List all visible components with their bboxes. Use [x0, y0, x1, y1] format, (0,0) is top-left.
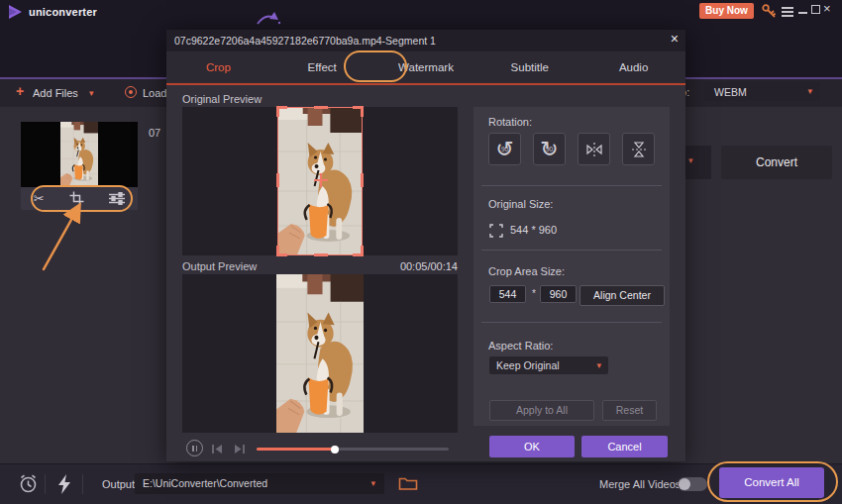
crop-selection-overlay[interactable] — [277, 107, 363, 255]
dialog-tabs: Crop Effect Watermark Subtitle Audio — [166, 51, 685, 83]
convert-button[interactable]: Convert — [721, 146, 832, 179]
original-size-icon — [489, 224, 503, 238]
crop-handle-left[interactable] — [276, 173, 279, 187]
seek-slider[interactable] — [257, 448, 449, 451]
thumb-action-bar: ✂ — [21, 187, 138, 210]
dialog-title: 07c9622e7206a4a45927182e6770ba9a.mp4-Seg… — [174, 35, 436, 47]
video-thumbnail[interactable] — [21, 122, 138, 187]
crop-handle-right[interactable] — [361, 173, 364, 187]
rotate-left-button[interactable]: ↺ 90 — [488, 133, 521, 165]
footer-separator2 — [82, 474, 83, 494]
flip-horizontal-icon — [584, 141, 604, 158]
high-speed-icon[interactable] — [56, 474, 72, 494]
crop-settings-panel: Rotation: ↺ 90 ↻ 90 — [474, 107, 670, 426]
next-frame-button[interactable] — [233, 444, 246, 454]
rotate-right-button[interactable]: ↻ 90 — [533, 133, 566, 165]
footer-separator — [45, 474, 46, 494]
flip-horizontal-button[interactable] — [578, 133, 610, 165]
load-icon — [125, 86, 137, 98]
flip-vertical-icon — [630, 140, 648, 159]
original-preview-panel — [182, 107, 458, 255]
output-video — [276, 274, 364, 433]
add-files-plus-icon: + — [16, 84, 24, 98]
rotation-buttons: ↺ 90 ↻ 90 — [488, 133, 655, 165]
tab-subtitle[interactable]: Subtitle — [477, 51, 581, 83]
format-caret-icon: ▾ — [807, 86, 812, 96]
flip-vertical-button[interactable] — [622, 133, 655, 165]
crop-height-input[interactable] — [540, 285, 577, 303]
original-size-label: Original Size: — [488, 198, 553, 210]
aspect-ratio-value: Keep Original — [496, 359, 560, 371]
format-select[interactable]: WEBM ▾ — [704, 82, 820, 101]
aspect-ratio-select[interactable]: Keep Original ▾ — [489, 356, 608, 374]
annotation-arrow — [30, 198, 99, 282]
clip-filename: 07 — [149, 127, 160, 139]
add-files-caret-icon[interactable]: ▾ — [89, 88, 94, 98]
seek-fill — [257, 448, 335, 451]
app-logo-icon — [9, 5, 22, 19]
aspect-ratio-caret-icon: ▾ — [596, 360, 601, 370]
tab-crop[interactable]: Crop — [166, 51, 270, 83]
align-center-button[interactable]: Align Center — [579, 285, 665, 306]
crop-handle-top-left[interactable] — [276, 106, 287, 117]
output-preview-panel — [182, 274, 458, 433]
playback-time: 00:05/00:14 — [355, 260, 458, 272]
crop-handle-bottom-right[interactable] — [353, 246, 364, 256]
original-size-value: 544 * 960 — [510, 224, 557, 236]
panel-divider-3 — [481, 322, 662, 323]
aspect-ratio-label: Aspect Ratio: — [488, 340, 553, 352]
crop-handle-top-right[interactable] — [353, 106, 364, 117]
format-select-value: WEBM — [714, 86, 747, 98]
footer-bar: Output E:\UniConverter\Converted ▾ Merge… — [0, 463, 842, 504]
ok-button[interactable]: OK — [489, 436, 575, 457]
maximize-button[interactable] — [811, 5, 820, 14]
pause-button[interactable] — [186, 440, 203, 456]
redo-arrow-icon — [253, 10, 282, 28]
panel-divider-1 — [481, 185, 662, 186]
key-icon[interactable] — [761, 3, 778, 20]
uniconverter-window: uniconverter Buy Now × + Add Files ▾ Loa… — [0, 0, 842, 504]
schedule-clock-icon[interactable] — [18, 473, 39, 494]
video-thumbnail-card: ✂ — [21, 122, 138, 210]
seek-knob[interactable] — [331, 446, 339, 454]
crop-center-cross-icon — [314, 173, 328, 187]
crop-width-input[interactable] — [489, 285, 526, 303]
tab-effect[interactable]: Effect — [270, 51, 374, 83]
output-label: Output — [102, 478, 135, 490]
trim-scissors-icon[interactable]: ✂ — [34, 191, 45, 206]
load-label[interactable]: Load — [143, 87, 166, 99]
output-path-select[interactable]: E:\UniConverter\Converted ▾ — [135, 473, 384, 494]
merge-toggle[interactable] — [678, 477, 707, 491]
tab-audio[interactable]: Audio — [581, 51, 685, 83]
output-path-value: E:\UniConverter\Converted — [143, 477, 267, 489]
rotation-label: Rotation: — [488, 116, 532, 128]
output-preview-label: Output Preview — [182, 260, 257, 272]
minimize-button[interactable] — [798, 12, 807, 14]
merge-label: Merge All Videos — [599, 478, 681, 490]
add-files-label[interactable]: Add Files — [33, 87, 78, 99]
dialog-close-button[interactable]: × — [671, 31, 679, 47]
crop-area-label: Crop Area Size: — [488, 265, 565, 277]
crop-tool-icon[interactable] — [69, 191, 84, 206]
size-separator: * — [532, 288, 536, 299]
reset-button[interactable]: Reset — [602, 400, 657, 421]
crop-handle-top[interactable] — [314, 106, 328, 109]
panel-divider-2 — [481, 250, 662, 251]
target-caret-icon: ▾ — [688, 155, 693, 165]
crop-dialog: 07c9622e7206a4a45927182e6770ba9a.mp4-Seg… — [166, 30, 685, 461]
crop-handle-bottom-left[interactable] — [276, 246, 287, 256]
menu-icon[interactable] — [782, 7, 793, 19]
crop-handle-bottom[interactable] — [314, 253, 328, 256]
open-folder-icon[interactable] — [398, 474, 418, 491]
dialog-titlebar: 07c9622e7206a4a45927182e6770ba9a.mp4-Seg… — [166, 30, 685, 51]
apply-to-all-button[interactable]: Apply to All — [489, 400, 594, 421]
original-preview-label: Original Preview — [182, 93, 262, 105]
output-path-caret-icon: ▾ — [370, 478, 375, 488]
cancel-button[interactable]: Cancel — [581, 436, 668, 457]
tab-watermark[interactable]: Watermark — [374, 51, 478, 83]
convert-all-button[interactable]: Convert All — [719, 467, 824, 498]
effects-tool-icon[interactable] — [109, 192, 125, 205]
close-window-button[interactable]: × — [823, 1, 831, 16]
prev-frame-button[interactable] — [211, 444, 224, 454]
buy-now-button[interactable]: Buy Now — [699, 3, 754, 19]
